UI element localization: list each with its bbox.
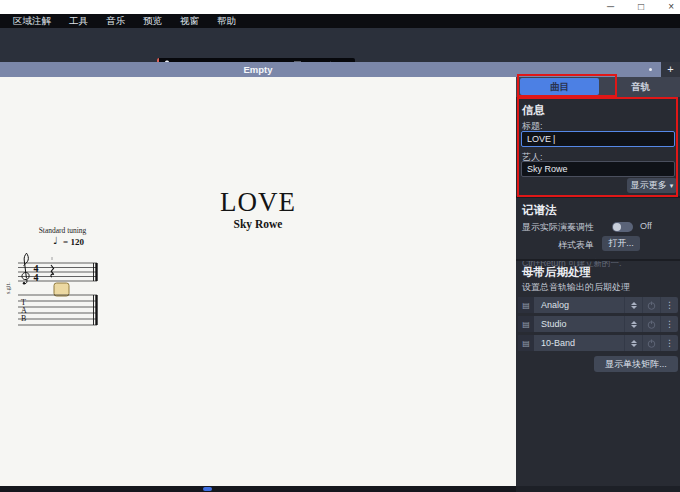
- mastering-row-analog[interactable]: ▤ Analog ⋮: [518, 297, 678, 313]
- pedal-icon: ▤: [518, 335, 534, 351]
- menu-section-annotations[interactable]: 区域注解: [4, 14, 60, 28]
- notation-heading: 记谱法: [522, 203, 557, 218]
- standard-staff[interactable]: 4 4: [18, 253, 98, 284]
- concert-pitch-toggle[interactable]: [612, 222, 633, 232]
- pedal-icon: ▤: [518, 316, 534, 332]
- menu-music[interactable]: 音乐: [97, 14, 134, 28]
- fx-power-button[interactable]: [642, 297, 660, 313]
- mastering-row-10band[interactable]: ▤ 10-Band ⋮: [518, 335, 678, 351]
- fx-power-button[interactable]: [642, 335, 660, 351]
- menu-window[interactable]: 视窗: [171, 14, 208, 28]
- horizontal-scrollbar[interactable]: [0, 486, 516, 492]
- notation-system: s.git. 4 4: [6, 249, 116, 334]
- fx-name: Studio: [534, 319, 624, 329]
- minimize-icon[interactable]: ─: [607, 0, 614, 14]
- final-barline-thick: [95, 263, 97, 281]
- open-button-label: 打开...: [608, 237, 634, 250]
- sidebar-panel: 曲目 音轨 信息 标题: LOVE | 艺人: Sky Rowe Ctrl+Re…: [516, 77, 680, 486]
- title-input-value: LOVE: [527, 134, 551, 144]
- mastering-row-studio[interactable]: ▤ Studio ⋮: [518, 316, 678, 332]
- artist-input-value: Sky Rowe: [527, 164, 568, 174]
- quarter-rest-icon[interactable]: [51, 265, 54, 277]
- mastering-heading: 母带后期处理: [522, 265, 591, 280]
- info-heading: 信息: [522, 103, 545, 118]
- window-titlebar: ─ □ ×: [0, 0, 680, 14]
- fx-preset-spinner[interactable]: [624, 335, 642, 351]
- score-tempo-note-icon: ♩: [53, 235, 58, 246]
- song-title: LOVE: [0, 187, 516, 218]
- menu-preview[interactable]: 预览: [134, 14, 171, 28]
- pedal-matrix-button[interactable]: 显示单块矩阵...: [594, 356, 678, 372]
- tab-final-barline-thick: [95, 295, 97, 325]
- pedal-matrix-label: 显示单块矩阵...: [605, 358, 667, 371]
- tab-song[interactable]: 曲目: [520, 78, 599, 95]
- dropdown-arrow-icon: ▾: [670, 182, 674, 190]
- text-caret-icon: |: [553, 134, 555, 144]
- stylesheet-label: 样式表单: [558, 239, 594, 252]
- tuning-label: Standard tuning: [20, 226, 105, 235]
- menu-tools[interactable]: 工具: [60, 14, 97, 28]
- tab-letter-b: B: [21, 314, 26, 323]
- fx-preset-spinner[interactable]: [624, 316, 642, 332]
- track-abbr-label: s.git.: [6, 282, 11, 294]
- fx-preset-spinner[interactable]: [624, 297, 642, 313]
- fx-name: 10-Band: [534, 338, 624, 348]
- document-tabbar: Empty +: [0, 62, 680, 77]
- main-toolbar: 1. Steel Guitar A ⋮ E 4 1/1 0.0:4.0 00:0…: [0, 28, 680, 62]
- power-icon: [647, 301, 656, 310]
- maximize-icon[interactable]: □: [638, 0, 644, 14]
- artist-input[interactable]: Sky Rowe: [521, 161, 675, 177]
- power-icon: [647, 339, 656, 348]
- section-separator: [516, 196, 680, 198]
- fx-name: Analog: [534, 300, 624, 310]
- time-sig-bottom: 4: [34, 272, 39, 283]
- app-window: ─ □ × 区域注解 工具 音乐 预览 视窗 帮助 1.: [0, 0, 680, 492]
- show-more-label: 显示更多: [631, 179, 667, 192]
- mastering-description: 设置总音轨输出的后期处理: [522, 281, 630, 294]
- tab-tracks[interactable]: 音轨: [601, 77, 680, 97]
- title-input[interactable]: LOVE |: [521, 131, 675, 147]
- bottom-filler: [516, 486, 680, 492]
- pedal-icon: ▤: [518, 297, 534, 313]
- fx-menu-dots-icon[interactable]: ⋮: [660, 297, 678, 313]
- toggle-knob: [613, 223, 621, 231]
- menubar: 区域注解 工具 音乐 预览 视窗 帮助: [0, 14, 680, 28]
- score-page: LOVE Sky Rowe Standard tuning ♩ = 120 s.…: [0, 77, 516, 486]
- score-tempo-value: = 120: [63, 237, 84, 247]
- open-stylesheet-button[interactable]: 打开...: [602, 236, 640, 251]
- treble-clef-icon: [22, 253, 29, 284]
- close-icon[interactable]: ×: [668, 0, 674, 14]
- document-tab[interactable]: Empty: [0, 62, 516, 77]
- menu-help[interactable]: 帮助: [208, 14, 245, 28]
- new-tab-button[interactable]: +: [661, 62, 680, 77]
- scrollbar-thumb[interactable]: [203, 487, 212, 491]
- power-icon: [647, 320, 656, 329]
- show-more-button[interactable]: 显示更多 ▾: [627, 178, 677, 193]
- fx-menu-dots-icon[interactable]: ⋮: [660, 335, 678, 351]
- concert-pitch-label: 显示实际演奏调性: [522, 221, 594, 234]
- fx-power-button[interactable]: [642, 316, 660, 332]
- toggle-state-label: Off: [640, 221, 652, 231]
- fx-menu-dots-icon[interactable]: ⋮: [660, 316, 678, 332]
- selection-cursor[interactable]: [54, 283, 69, 296]
- section-separator-2: [516, 259, 680, 261]
- sidebar-tabs: 曲目 音轨: [516, 77, 680, 97]
- tab-modified-dot-icon: [649, 68, 652, 71]
- tab-staff[interactable]: T A B: [18, 295, 98, 325]
